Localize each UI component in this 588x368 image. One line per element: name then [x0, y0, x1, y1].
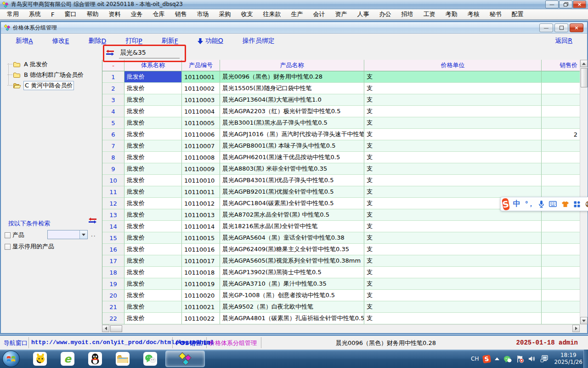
cell-unit[interactable]: 支	[364, 301, 542, 313]
cell-code[interactable]: 10110010	[182, 175, 220, 186]
column-header-price[interactable]: 销售价	[542, 60, 580, 71]
cell-num[interactable]: 11	[102, 186, 124, 198]
print-button[interactable]: 打印P	[125, 37, 142, 45]
cell-system[interactable]: 批发价	[124, 209, 182, 221]
cell-name[interactable]: 晨光AGPC1804(碳素黑)全针管中性笔0.5	[220, 198, 364, 209]
menu-item-1[interactable]: 系统	[24, 9, 46, 19]
cell-num[interactable]: 3	[102, 94, 124, 106]
scroll-down-icon[interactable]	[580, 317, 588, 324]
cell-system[interactable]: 批发价	[124, 71, 182, 83]
menu-item-18[interactable]: 招培	[396, 9, 418, 19]
table-row-15[interactable]: 15批发价10110015晨光AGPA5604（黑）童话全针管中性笔0.38支	[102, 232, 580, 244]
cell-num[interactable]: 18	[102, 267, 124, 278]
menu-item-16[interactable]: 人事	[352, 9, 374, 19]
table-row-21[interactable]: 21批发价10110021晨光A9502（黑）白夜北欧中性笔支	[102, 301, 580, 313]
cell-num[interactable]: 16	[102, 244, 124, 255]
cell-name[interactable]: 晨光AGPB4301(黑)优品子弹头中性笔0.5	[220, 175, 364, 186]
cell-num[interactable]: 22	[102, 313, 124, 324]
tab-price-group-active[interactable]: 价格体系分组管理	[209, 339, 257, 347]
product-checkbox[interactable]	[5, 232, 11, 238]
cell-num[interactable]: 21	[102, 301, 124, 313]
cell-unit[interactable]: 支	[364, 267, 542, 278]
operator-bind-button[interactable]: 操作员绑定	[243, 37, 275, 45]
cell-name[interactable]: 晨光AGPA4801（碳素黑）孔庙祈福全针管中性笔0.5	[220, 313, 364, 324]
menu-item-13[interactable]: 生产	[286, 9, 308, 19]
table-row-14[interactable]: 14批发价10110014晨光18216黑水晶(黑)全针管中性笔支	[102, 221, 580, 232]
cell-price[interactable]	[542, 278, 580, 290]
cell-unit[interactable]: 支	[364, 186, 542, 198]
cell-system[interactable]: 批发价	[124, 106, 182, 117]
show-disabled-checkbox[interactable]	[5, 244, 11, 250]
cell-price[interactable]	[542, 255, 580, 267]
vertical-scrollbar[interactable]	[580, 60, 588, 324]
menu-item-0[interactable]: 常用	[2, 9, 24, 19]
cell-price[interactable]	[542, 117, 580, 129]
taskbar-wechat-button[interactable]	[139, 351, 162, 367]
swap-arrows-icon[interactable]	[88, 217, 97, 226]
cell-price[interactable]	[542, 163, 580, 175]
cell-unit[interactable]: 支	[364, 152, 542, 163]
restore-button[interactable]	[559, 0, 572, 8]
cell-num[interactable]: 5	[102, 117, 124, 129]
menu-item-21[interactable]: 考核	[462, 9, 484, 19]
cell-unit[interactable]: 支	[364, 117, 542, 129]
table-row-19[interactable]: 19批发价10110019晨光AGPA3710（黑）果汁中性笔0.35支	[102, 278, 580, 290]
cell-unit[interactable]: 支	[364, 106, 542, 117]
table-row-11[interactable]: 11批发价10110011晨光AGPB9201(黑)优握全针管中性笔0.5支	[102, 186, 580, 198]
cell-unit[interactable]: 支	[364, 278, 542, 290]
menu-item-5[interactable]: 资料	[103, 9, 125, 19]
menu-item-9[interactable]: 市场	[192, 9, 214, 19]
cell-name[interactable]: 晨光18216黑水晶(黑)全针管中性笔	[220, 221, 364, 232]
volume-icon[interactable]	[528, 355, 536, 362]
cell-name[interactable]: 晨光AGPH6201(黑)速干优品按动中性笔0.5	[220, 152, 364, 163]
tray-expand-icon[interactable]	[495, 357, 499, 360]
cell-code[interactable]: 10110003	[182, 94, 220, 106]
cell-price[interactable]	[542, 244, 580, 255]
horizontal-scroll-thumb[interactable]	[110, 325, 122, 332]
cell-system[interactable]: 批发价	[124, 117, 182, 129]
cell-system[interactable]: 批发价	[124, 221, 182, 232]
cell-unit[interactable]: 支	[364, 94, 542, 106]
cell-price[interactable]	[542, 301, 580, 313]
cell-system[interactable]: 批发价	[124, 232, 182, 244]
inner-maximize-button[interactable]	[554, 23, 568, 32]
cell-name[interactable]: 晨光AGP13604(黑)大笔画中性笔1.0	[220, 94, 364, 106]
taskbar-browser-button[interactable]: e	[56, 351, 79, 367]
tree-item-0[interactable]: A 批发价	[3, 59, 100, 69]
cell-code[interactable]: 10110005	[182, 117, 220, 129]
emoji-face-icon[interactable]	[585, 201, 588, 207]
taskbar-wangwang-button[interactable]	[28, 351, 51, 367]
cell-name[interactable]: 晨光AGPA2203（红）极光针管型中性笔0.5	[220, 106, 364, 117]
taskbar-qq-button[interactable]	[84, 351, 107, 367]
cell-system[interactable]: 批发价	[124, 301, 182, 313]
cell-unit[interactable]: 支	[364, 129, 542, 140]
cell-system[interactable]: 批发价	[124, 152, 182, 163]
cell-num[interactable]: 7	[102, 140, 124, 152]
column-header-name[interactable]: 产品名称	[220, 60, 364, 71]
cell-price[interactable]	[542, 175, 580, 186]
show-desktop-button[interactable]	[583, 350, 588, 368]
cell-num[interactable]: 15	[102, 232, 124, 244]
cell-num[interactable]: 9	[102, 163, 124, 175]
cell-name[interactable]: 晨光B3001(黑)黑水晶子弹头中性笔0.5	[220, 117, 364, 129]
cell-num[interactable]: 4	[102, 106, 124, 117]
table-row-6[interactable]: 6批发价10110006晨光AGPJ1016（黑）蒸汽时代按动子弹头速干中性笔0…	[102, 129, 580, 140]
menu-item-2[interactable]: F	[46, 10, 59, 19]
search-input[interactable]: 晨光&35	[119, 48, 180, 58]
cell-num[interactable]: 6	[102, 129, 124, 140]
cell-price[interactable]	[542, 71, 580, 83]
menu-item-6[interactable]: 业务	[125, 9, 147, 19]
cell-code[interactable]: 10110004	[182, 106, 220, 117]
cell-name[interactable]: 晨光15505(黑)随身记口袋中性笔	[220, 83, 364, 94]
start-button[interactable]	[2, 351, 20, 367]
horizontal-scrollbar[interactable]	[102, 324, 580, 332]
edit-button[interactable]: 修改E	[52, 37, 69, 45]
cell-price[interactable]	[542, 83, 580, 94]
cell-code[interactable]: 10110020	[182, 290, 220, 301]
cell-system[interactable]: 批发价	[124, 163, 182, 175]
inner-minimize-button[interactable]: —	[539, 23, 553, 32]
sogou-tray-icon[interactable]: S	[482, 354, 491, 363]
column-header-unit[interactable]: 价格单位	[364, 60, 542, 71]
tree-item-2[interactable]: C 黄河中路会员价	[3, 80, 100, 91]
table-row-17[interactable]: 17批发价10110017晨光AGPA5605(黑)视觉系列全针管中性笔0.38…	[102, 255, 580, 267]
